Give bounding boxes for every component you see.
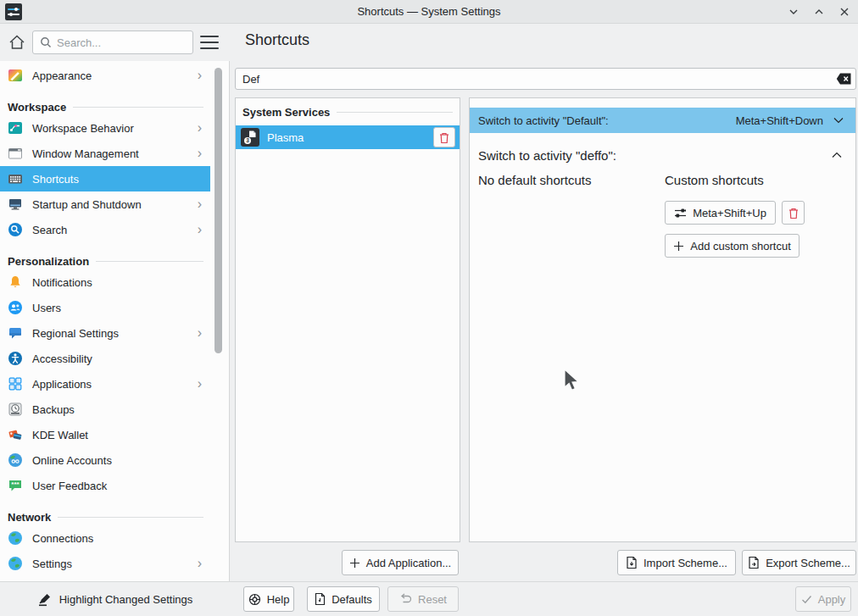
sidebar-search-box[interactable] — [32, 31, 193, 54]
sidebar-section-personalization: Personalization — [0, 253, 210, 269]
sidebar-item-connections[interactable]: Connections — [0, 525, 210, 551]
sidebar-item-accessibility[interactable]: Accessibility — [0, 346, 210, 371]
svg-text:3: 3 — [246, 137, 249, 143]
plus-icon — [349, 558, 360, 569]
home-icon[interactable] — [7, 32, 27, 53]
header-toolbar: Shortcuts — [0, 24, 858, 61]
chevron-right-icon: › — [198, 326, 205, 340]
sidebar-item-kde-wallet[interactable]: KDE Wallet — [0, 422, 210, 447]
help-icon — [248, 593, 261, 606]
custom-shortcuts-column-header: Custom shortcuts — [665, 173, 764, 187]
svg-text:***: *** — [11, 480, 20, 488]
chevron-right-icon: › — [198, 223, 205, 236]
sidebar-item-user-feedback[interactable]: *** User Feedback — [0, 473, 210, 498]
workspace-behavior-icon — [8, 120, 23, 136]
sidebar-item-startup-and-shutdown[interactable]: Startup and Shutdown › — [0, 191, 210, 217]
import-document-icon — [626, 556, 638, 569]
shortcut-row-value: Meta+Shift+Down — [736, 114, 823, 127]
defaults-button[interactable]: Defaults — [307, 586, 380, 612]
shortcut-input-icon — [674, 207, 687, 219]
user-feedback-icon: *** — [8, 478, 23, 493]
users-icon — [8, 300, 23, 315]
sidebar-item-notifications[interactable]: Notifications — [0, 269, 210, 295]
chevron-right-icon: › — [198, 197, 205, 211]
clear-filter-icon[interactable] — [836, 73, 851, 85]
search-category-icon — [8, 222, 23, 237]
highlighter-icon — [37, 592, 52, 607]
chevron-up-icon — [830, 148, 844, 162]
undo-icon — [399, 593, 412, 605]
defaults-document-icon — [315, 592, 326, 606]
custom-shortcut-button[interactable]: Meta+Shift+Up — [665, 201, 776, 225]
chevron-right-icon: › — [198, 377, 205, 391]
sidebar-item-search[interactable]: Search › — [0, 217, 210, 242]
notifications-icon — [8, 275, 23, 290]
shortcut-row-label: Switch to activity "Default": — [478, 114, 727, 127]
sidebar-item-workspace-behavior[interactable]: Workspace Behavior › — [0, 115, 210, 141]
kde-wallet-icon — [8, 427, 23, 442]
accessibility-icon — [8, 351, 23, 366]
sidebar-item-regional-settings[interactable]: Regional Settings › — [0, 320, 210, 346]
online-accounts-icon — [8, 452, 23, 468]
shortcut-row-deffo[interactable]: Switch to activity "deffo": — [470, 141, 855, 169]
shortcut-filter-input[interactable] — [235, 68, 856, 90]
shortcuts-panel: Switch to activity "Default": Meta+Shift… — [469, 97, 856, 542]
window-title: Shortcuts — System Settings — [0, 0, 858, 24]
chevron-right-icon: › — [198, 121, 205, 135]
shortcuts-icon — [8, 171, 23, 186]
reset-button[interactable]: Reset — [387, 586, 459, 612]
service-label: Plasma — [267, 131, 304, 144]
sidebar-item-appearance[interactable]: Appearance › — [0, 63, 210, 88]
plus-icon — [673, 241, 684, 252]
sidebar-section-workspace: Workspace — [0, 98, 210, 115]
highlight-changed-settings-button[interactable]: Highlight Changed Settings — [0, 582, 230, 616]
regional-settings-icon — [8, 325, 23, 341]
delete-custom-shortcut-button[interactable] — [782, 201, 805, 225]
network-settings-icon — [8, 556, 23, 571]
default-shortcuts-column-header: No default shortcuts — [478, 173, 591, 187]
delete-service-button[interactable] — [433, 127, 455, 147]
connections-icon — [8, 530, 23, 546]
shortcut-row-label: Switch to activity "deffo": — [478, 148, 830, 163]
chevron-right-icon: › — [198, 69, 205, 82]
window-management-icon — [8, 146, 23, 161]
export-scheme-button[interactable]: Export Scheme... — [742, 550, 856, 575]
import-scheme-button[interactable]: Import Scheme... — [617, 550, 736, 575]
add-application-button[interactable]: Add Application... — [342, 550, 459, 575]
sidebar-item-window-management[interactable]: Window Management › — [0, 141, 210, 166]
sidebar-section-network: Network — [0, 508, 210, 525]
shortcut-row-default[interactable]: Switch to activity "Default": Meta+Shift… — [470, 108, 855, 133]
plasma-icon: 3 — [241, 128, 259, 147]
sidebar-item-users[interactable]: Users — [0, 295, 210, 320]
sidebar-item-backups[interactable]: Backups — [0, 397, 210, 422]
menu-icon[interactable] — [199, 33, 220, 52]
chevron-down-icon — [832, 114, 845, 127]
page-title: Shortcuts — [245, 31, 309, 49]
close-icon[interactable] — [838, 5, 851, 19]
backups-icon — [8, 402, 23, 417]
check-icon — [801, 595, 812, 604]
chevron-right-icon: › — [198, 557, 205, 570]
service-item-plasma[interactable]: 3 Plasma — [236, 125, 460, 149]
system-services-panel: System Services 3 Plasma — [235, 97, 460, 542]
chevron-right-icon: › — [198, 147, 205, 160]
sidebar-scrollbar[interactable] — [214, 68, 222, 353]
system-settings-window: Shortcuts — System Settings Shortcuts — [0, 0, 858, 616]
minimize-icon[interactable] — [787, 5, 800, 19]
sidebar-item-applications[interactable]: Applications › — [0, 371, 210, 397]
titlebar: Shortcuts — System Settings — [0, 0, 858, 24]
footer-bar: Highlight Changed Settings Help Defaults… — [0, 581, 858, 616]
system-services-header: System Services — [236, 98, 460, 119]
sidebar-item-online-accounts[interactable]: Online Accounts — [0, 447, 210, 473]
apply-button[interactable]: Apply — [795, 586, 851, 612]
sidebar-item-network-settings[interactable]: Settings › — [0, 551, 210, 576]
startup-shutdown-icon — [8, 197, 23, 212]
search-input[interactable] — [57, 36, 186, 49]
help-button[interactable]: Help — [243, 586, 294, 612]
maximize-icon[interactable] — [812, 5, 826, 19]
search-icon — [40, 36, 52, 48]
export-document-icon — [748, 556, 760, 569]
add-custom-shortcut-button[interactable]: Add custom shortcut — [665, 234, 800, 258]
sidebar-item-shortcuts[interactable]: Shortcuts — [0, 166, 210, 191]
appearance-icon — [8, 68, 23, 83]
